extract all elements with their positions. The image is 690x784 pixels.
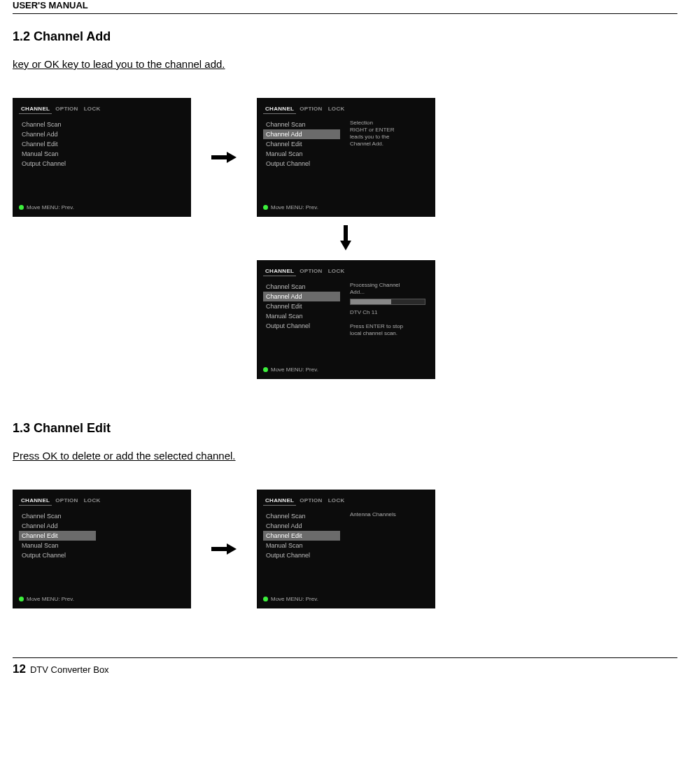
instruction-1-2: key or OK key to lead you to the channel… (13, 58, 677, 70)
progress-channel: DTV Ch 11 (350, 309, 425, 316)
footer-hint-text: Move MENU: Prev. (271, 366, 318, 373)
indicator-dot-icon (263, 205, 268, 210)
tab-option: OPTION (53, 106, 80, 114)
flow-row-12-bottom: CHANNEL OPTION LOCK Channel Scan Channel… (13, 260, 677, 379)
tab-lock: LOCK (326, 497, 347, 506)
menu-item: Manual Scan (263, 541, 340, 550)
tab-bar: CHANNEL OPTION LOCK (258, 490, 435, 506)
instruction-1-3: Press OK to delete or add the selected c… (13, 450, 677, 462)
tab-option: OPTION (53, 497, 80, 506)
menu-item: Output Channel (19, 550, 96, 560)
tab-channel: CHANNEL (19, 106, 52, 114)
progress-fill (351, 299, 391, 304)
footer-hint-text: Move MENU: Prev. (271, 204, 318, 211)
flow-row-13: CHANNEL OPTION LOCK Channel Scan Channel… (13, 490, 677, 608)
menu-item: Channel Edit (19, 139, 96, 149)
menu-item-selected: Channel Edit (263, 531, 340, 541)
tab-bar: CHANNEL OPTION LOCK (13, 99, 190, 114)
svg-marker-0 (211, 152, 237, 163)
footer-hint: Move MENU: Prev. (19, 596, 74, 602)
flow-row-12-mid (13, 217, 677, 260)
menu-list: Channel Scan Channel Add Channel Edit Ma… (19, 511, 96, 560)
indicator-dot-icon (19, 597, 24, 601)
side-help: Selection RIGHT or ENTER leads you to th… (350, 120, 425, 148)
tab-option: OPTION (297, 106, 324, 114)
menu-item: Channel Scan (263, 511, 340, 521)
tab-channel: CHANNEL (263, 268, 296, 276)
tab-lock: LOCK (82, 497, 103, 506)
progress-bar (350, 299, 425, 305)
footer-hint: Move MENU: Prev. (263, 366, 318, 373)
footer-hint: Move MENU: Prev. (263, 596, 318, 602)
menu-item-selected: Channel Edit (19, 531, 96, 541)
menu-item-selected: Channel Add (263, 292, 340, 301)
side-title: Antenna Channels (350, 511, 425, 518)
tab-lock: LOCK (82, 106, 103, 114)
menu-item: Channel Scan (19, 120, 96, 129)
screenshot-12-b: CHANNEL OPTION LOCK Channel Scan Channel… (257, 98, 435, 217)
menu-item: Manual Scan (263, 311, 340, 321)
tab-lock: LOCK (326, 106, 347, 114)
progress-title: Processing Channel Add... (350, 282, 425, 296)
menu-item: Channel Edit (263, 301, 340, 311)
tab-lock: LOCK (326, 268, 347, 276)
footer-hint: Move MENU: Prev. (263, 204, 318, 211)
page-number: 12 (13, 662, 26, 676)
menu-item-selected: Channel Add (263, 129, 340, 139)
menu-list: Channel Scan Channel Add Channel Edit Ma… (263, 120, 340, 169)
tab-option: OPTION (297, 268, 324, 276)
menu-item: Channel Add (19, 129, 96, 139)
menu-list: Channel Scan Channel Add Channel Edit Ma… (19, 120, 96, 169)
menu-item: Manual Scan (263, 149, 340, 159)
side-progress: Processing Channel Add... DTV Ch 11 Pres… (350, 282, 425, 337)
footer-hint-text: Move MENU: Prev. (27, 204, 74, 211)
menu-item: Output Channel (263, 159, 340, 169)
heading-1-2: 1.2 Channel Add (13, 29, 677, 44)
svg-marker-1 (340, 225, 351, 250)
menu-item: Channel Add (263, 521, 340, 531)
menu-item: Output Channel (263, 321, 340, 331)
arrow-down-icon (340, 225, 353, 252)
tab-option: OPTION (297, 497, 324, 506)
flow-row-12-top: CHANNEL OPTION LOCK Channel Scan Channel… (13, 98, 677, 217)
screenshot-12-c: CHANNEL OPTION LOCK Channel Scan Channel… (257, 260, 435, 379)
progress-hint: Press ENTER to stop local channel scan. (350, 323, 425, 337)
tab-bar: CHANNEL OPTION LOCK (258, 99, 435, 114)
menu-item: Output Channel (263, 550, 340, 560)
tab-bar: CHANNEL OPTION LOCK (258, 261, 435, 276)
arrow-right-icon (211, 543, 237, 555)
screenshot-12-a: CHANNEL OPTION LOCK Channel Scan Channel… (13, 98, 191, 217)
menu-list: Channel Scan Channel Add Channel Edit Ma… (263, 511, 340, 560)
tab-channel: CHANNEL (263, 106, 296, 114)
footer-hint-text: Move MENU: Prev. (27, 596, 74, 602)
svg-marker-2 (211, 543, 237, 555)
indicator-dot-icon (19, 205, 24, 210)
tab-channel: CHANNEL (19, 497, 52, 506)
tab-bar: CHANNEL OPTION LOCK (13, 490, 190, 506)
screenshot-13-a: CHANNEL OPTION LOCK Channel Scan Channel… (13, 490, 191, 608)
product-name: DTV Converter Box (30, 664, 109, 675)
indicator-dot-icon (263, 597, 268, 601)
footer-hint: Move MENU: Prev. (19, 204, 74, 211)
menu-list: Channel Scan Channel Add Channel Edit Ma… (263, 282, 340, 331)
menu-item: Channel Edit (263, 139, 340, 149)
screenshot-13-b: CHANNEL OPTION LOCK Channel Scan Channel… (257, 490, 435, 608)
tab-channel: CHANNEL (263, 497, 296, 506)
page-footer: 12 DTV Converter Box (13, 657, 677, 676)
menu-item: Manual Scan (19, 541, 96, 550)
running-header: USER'S MANUAL (13, 0, 677, 14)
menu-item: Channel Add (19, 521, 96, 531)
heading-1-3: 1.3 Channel Edit (13, 421, 677, 436)
footer-hint-text: Move MENU: Prev. (271, 596, 318, 602)
menu-item: Output Channel (19, 159, 96, 169)
indicator-dot-icon (263, 367, 268, 372)
menu-item: Channel Scan (263, 282, 340, 292)
menu-item: Channel Scan (19, 511, 96, 521)
arrow-right-icon (211, 151, 237, 164)
menu-item: Manual Scan (19, 149, 96, 159)
menu-item: Channel Scan (263, 120, 340, 129)
